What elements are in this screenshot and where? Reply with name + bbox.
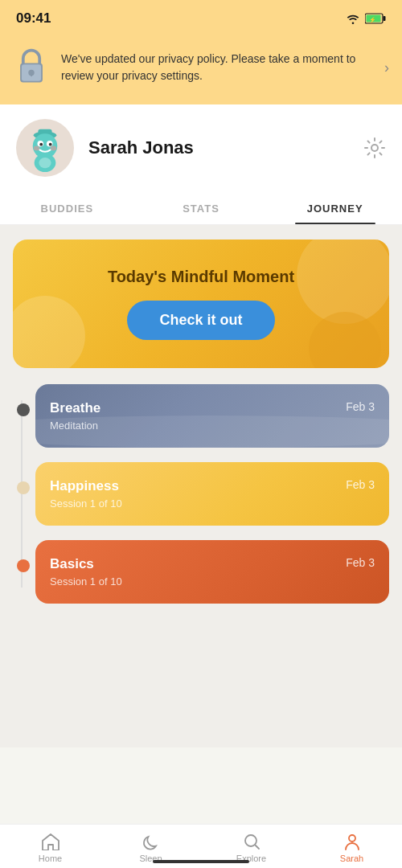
status-time: 09:41 bbox=[16, 10, 51, 27]
nav-label-sarah: Sarah bbox=[340, 854, 363, 863]
svg-point-16 bbox=[34, 146, 40, 151]
privacy-text: We've updated our privacy policy. Please… bbox=[61, 51, 373, 84]
profile-section: Sarah Jonas bbox=[0, 104, 402, 191]
nav-item-sarah[interactable]: Sarah bbox=[302, 833, 402, 863]
battery-icon: ⚡ bbox=[365, 13, 386, 24]
svg-point-14 bbox=[39, 143, 43, 146]
settings-icon[interactable] bbox=[363, 137, 386, 159]
svg-line-21 bbox=[255, 845, 259, 850]
journey-card-happiness: Happiness Session 1 of 10 Feb 3 bbox=[35, 462, 389, 526]
tab-stats[interactable]: STATS bbox=[134, 191, 269, 224]
decoration-br bbox=[309, 312, 381, 368]
privacy-chevron-icon: › bbox=[384, 59, 389, 76]
journey-card-subtitle: Session 1 of 10 bbox=[50, 575, 122, 588]
journey-card-subtitle: Meditation bbox=[50, 420, 100, 432]
journey-card-breathe: Breathe Meditation Feb 3 bbox=[35, 384, 389, 448]
journey-card-date: Feb 3 bbox=[346, 556, 375, 569]
journey-card-title: Breathe bbox=[50, 400, 100, 416]
profile-name: Sarah Jonas bbox=[88, 137, 349, 158]
home-indicator bbox=[153, 860, 249, 863]
journey-card-subtitle: Session 1 of 10 bbox=[50, 497, 122, 510]
character-illustration bbox=[22, 123, 68, 173]
svg-point-19 bbox=[371, 145, 378, 151]
timeline-dot-breathe bbox=[17, 403, 30, 416]
timeline-dot-basics bbox=[17, 559, 30, 572]
journey-item-basics[interactable]: Basics Session 1 of 10 Feb 3 bbox=[35, 540, 389, 604]
tab-journey[interactable]: JOURNEY bbox=[268, 191, 402, 224]
journey-card-info: Happiness Session 1 of 10 bbox=[50, 478, 122, 510]
svg-point-22 bbox=[349, 835, 355, 841]
status-bar: 09:41 ⚡ bbox=[0, 0, 402, 35]
svg-rect-7 bbox=[31, 73, 32, 76]
journey-card-title: Basics bbox=[50, 556, 122, 572]
svg-rect-1 bbox=[384, 16, 386, 21]
timeline-dot-happiness bbox=[17, 481, 30, 494]
main-content: Today's Mindful Moment Check it out Brea… bbox=[0, 225, 402, 747]
journey-card-date: Feb 3 bbox=[346, 400, 375, 413]
home-icon bbox=[41, 833, 60, 850]
sleep-icon bbox=[142, 833, 160, 850]
avatar bbox=[16, 119, 74, 177]
decoration-left bbox=[13, 296, 85, 368]
journey-card-info: Breathe Meditation bbox=[50, 400, 100, 432]
svg-point-15 bbox=[49, 143, 52, 146]
journey-list: Breathe Meditation Feb 3 Happiness Sessi… bbox=[13, 384, 389, 604]
mindful-title: Today's Mindful Moment bbox=[108, 268, 294, 286]
journey-card-title: Happiness bbox=[50, 478, 122, 494]
nav-item-home[interactable]: Home bbox=[0, 833, 100, 863]
check-it-out-button[interactable]: Check it out bbox=[127, 301, 274, 340]
journey-card-date: Feb 3 bbox=[346, 478, 375, 491]
journey-card-basics: Basics Session 1 of 10 Feb 3 bbox=[35, 540, 389, 604]
lock-icon bbox=[13, 47, 50, 88]
tab-bar: BUDDIES STATS JOURNEY bbox=[0, 191, 402, 225]
privacy-banner[interactable]: We've updated our privacy policy. Please… bbox=[0, 35, 402, 104]
svg-point-17 bbox=[51, 146, 57, 151]
svg-point-18 bbox=[39, 158, 51, 168]
journey-item-happiness[interactable]: Happiness Session 1 of 10 Feb 3 bbox=[35, 462, 389, 526]
explore-icon bbox=[243, 833, 260, 850]
nav-label-home: Home bbox=[39, 854, 62, 863]
journey-card-info: Basics Session 1 of 10 bbox=[50, 556, 122, 588]
status-icons: ⚡ bbox=[346, 13, 386, 24]
journey-item-breathe[interactable]: Breathe Meditation Feb 3 bbox=[35, 384, 389, 448]
mindful-moment-card: Today's Mindful Moment Check it out bbox=[13, 240, 389, 368]
svg-text:⚡: ⚡ bbox=[369, 16, 376, 23]
nav-item-sleep[interactable]: Sleep bbox=[100, 833, 201, 863]
profile-icon bbox=[343, 833, 361, 850]
wifi-icon bbox=[346, 13, 360, 24]
nav-item-explore[interactable]: Explore bbox=[201, 833, 302, 863]
tab-buddies[interactable]: BUDDIES bbox=[0, 191, 134, 224]
